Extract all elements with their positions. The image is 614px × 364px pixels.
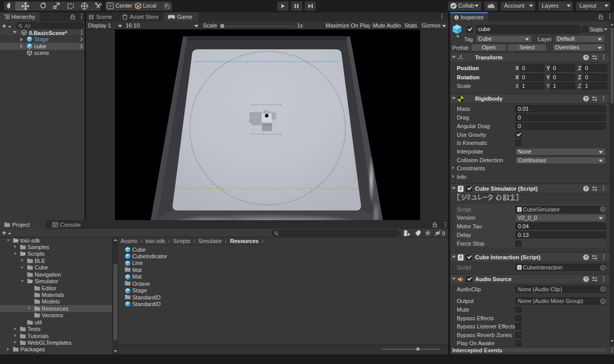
svg-text:?: ?	[584, 96, 588, 101]
svg-text:?: ?	[584, 186, 588, 191]
svg-text:?: ?	[584, 277, 588, 282]
svg-text:#: #	[518, 266, 521, 270]
svg-text:9: 9	[442, 230, 445, 236]
svg-text:#: #	[518, 207, 521, 211]
svg-text:?: ?	[584, 55, 588, 60]
svg-text:#: #	[459, 186, 462, 192]
svg-text:?: ?	[584, 255, 588, 260]
svg-text:#: #	[459, 255, 462, 260]
